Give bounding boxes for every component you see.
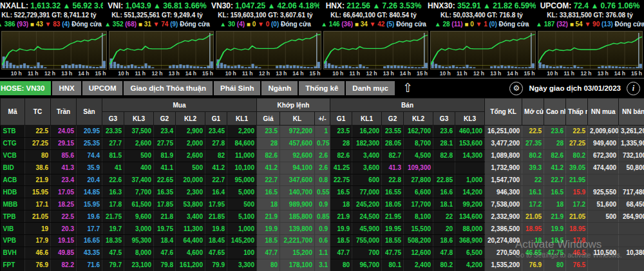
table-row[interactable]: STB22.524.0520.9523.3537,50023.42,90023.…: [1, 126, 644, 138]
index-value: 1,613.32: [30, 1, 62, 10]
cell-ma[interactable]: MBB: [1, 198, 25, 210]
cell-cao-nhat: 18: [544, 198, 566, 210]
info-icon[interactable]: i: [627, 82, 640, 95]
header-sub-2: G2: [154, 112, 176, 126]
cell-cao-nhat: 28: [544, 137, 566, 149]
cell-gia: 23.5: [257, 126, 280, 138]
table-row[interactable]: VCB8085.674.481.550081.92,6008211,00082.…: [1, 149, 644, 162]
table-row[interactable]: CTG27.2529.1525.3527.72,60027.752,00027.…: [1, 137, 644, 149]
cell-ma[interactable]: ACB: [1, 174, 25, 186]
cell-kl: 2,221,700: [280, 235, 315, 247]
cell-ban-kl2: 8,700: [404, 137, 433, 149]
tab-th-ng-k-[interactable]: Thống kê: [299, 81, 345, 95]
cell-san: 25.35: [77, 137, 102, 149]
cell-mua-kl1: 2,200: [227, 126, 257, 138]
cell-mua-g3: 21.75: [102, 210, 124, 223]
cell-tran: 29.15: [51, 137, 77, 149]
table-row[interactable]: BVH46.649.8543.3547.58,00047.64,60047.65…: [1, 247, 644, 259]
time-tick-label: 11 h: [564, 70, 574, 77]
cell-ma[interactable]: VCB: [1, 149, 25, 162]
cell-mua-g1: 18.45: [205, 235, 227, 247]
time-tick-label: 13 h: [169, 70, 180, 77]
header-nn-mua: NN mua: [588, 98, 619, 126]
cell-ma[interactable]: FPT: [1, 259, 25, 271]
cell-mua-g1: 17.95: [205, 198, 227, 210]
table-row[interactable]: VPB17.919.1516.6518.3595,30018.464,40018…: [1, 235, 644, 247]
cell-ban-kl1: 600: [352, 174, 382, 186]
index-block-upcom: UPCOM: 72.4 ▲ 0.76 1.06%KL: 33,831,500 G…: [536, 0, 644, 31]
time-tick-label: 12 h: [259, 70, 270, 77]
cell-ban-kl3: 14,300: [455, 149, 485, 162]
cell-cao-nhat: 18.5: [544, 235, 566, 247]
decliners-count: ▼ 83: [45, 21, 62, 28]
cell-ban-kl1: 755,000: [352, 235, 382, 247]
cell-ban-kl1: 24,500: [352, 210, 382, 223]
cell-tong-kl: 1,547,700: [485, 174, 522, 186]
cell-ban-kl2: 8,100: [404, 210, 433, 223]
tab-giao-d-ch-th-a-thu-n[interactable]: Giao dịch Thỏa thuận: [124, 81, 213, 95]
tab-hose-vn30[interactable]: HOSE: VN30: [0, 81, 51, 95]
table-row[interactable]: ACB21.923.420.422.637,40022.6520,00022.7…: [1, 174, 644, 186]
advancers-count: ▲ 352: [104, 21, 125, 28]
index-value: 352.91: [457, 1, 483, 10]
tab-ph-i-sinh[interactable]: Phái Sinh: [214, 81, 260, 95]
tab-ng-nh[interactable]: Ngành: [261, 81, 298, 95]
cell-ma[interactable]: VIB: [1, 223, 25, 235]
cell-ban-g2: 47.75: [382, 247, 404, 259]
floor-count: (0): [271, 21, 281, 28]
table-row[interactable]: VIB1920.317.719.73,00019.7511,30019.81,0…: [1, 223, 644, 235]
cell-mo-cua: 39.3: [522, 162, 544, 174]
cell-mua-kl3: 400: [124, 162, 154, 174]
table-row[interactable]: FPT76.982.271.679.723,10079.8161,20079.9…: [1, 259, 644, 271]
tab-danh-m-c[interactable]: Danh mục: [346, 81, 395, 95]
cell-mua-g1: 79.9: [205, 259, 227, 271]
cell-ban-kl3: 4,200: [455, 259, 485, 271]
cell-nn-ban: 1,335,900: [619, 137, 644, 149]
cell-ma[interactable]: TPB: [1, 210, 25, 223]
chart-cell-4: 10 h11 h12 h13 h14 h15 h: [430, 31, 536, 78]
cell-thap-nhat: 17.2: [566, 198, 588, 210]
cell-ban-kl3: 134,600: [455, 210, 485, 223]
cell-ma[interactable]: HDB: [1, 186, 25, 198]
collapse-arrow-icon[interactable]: ⇧: [402, 82, 413, 95]
cell-ma[interactable]: CTG: [1, 137, 25, 149]
cell-ban-kl3: 153,600: [455, 137, 485, 149]
time-tick-label: 15 h: [631, 70, 642, 77]
cell-mua-kl1: 1,000: [227, 223, 257, 235]
table-row[interactable]: BID38.641.335.94140041.150041.210,10041.…: [1, 162, 644, 174]
cell-ma[interactable]: VPB: [1, 235, 25, 247]
gear-icon[interactable]: ⚙: [509, 82, 523, 95]
cell-ban-kl3: 368,900: [455, 235, 485, 247]
index-volume-value: KL: 66,640,100 GT: 840.54 tỷ: [319, 11, 428, 20]
cell-ban-g1: 18: [330, 198, 352, 210]
chart-time-axis: 10 h11 h12 h13 h14 h15 h: [109, 70, 214, 78]
sparkline-chart: [1, 31, 107, 70]
time-tick-label: 14 h: [78, 70, 89, 77]
table-row[interactable]: MBB17.118.2515.9517.861,50017.8553,80017…: [1, 198, 644, 210]
cell-ma[interactable]: BID: [1, 162, 25, 174]
table-row[interactable]: TPB21.0522.519.621.759,60021.83,40021.85…: [1, 210, 644, 223]
cell-mua-kl3: 8,000: [124, 247, 154, 259]
cell-mua-kl3: 2,600: [124, 137, 154, 149]
index-summary: VNXALL: 1,613.32 ▲ 56.92 3.66%: [0, 1, 103, 11]
header-sub-10: KL1: [352, 112, 382, 126]
cell-ban-g1: 19.9: [330, 223, 352, 235]
cell-mua-kl2: 20,000: [176, 174, 205, 186]
time-tick-label: 14 h: [185, 70, 196, 77]
cell-ban-g3: 18.6: [433, 235, 455, 247]
table-row[interactable]: HDB15.9517.0514.8516.37,70016.352,30016.…: [1, 186, 644, 198]
unchanged-count: ■ 54: [570, 21, 585, 28]
cell-ban-kl3: 460,100: [455, 126, 485, 138]
cell-ma[interactable]: BVH: [1, 247, 25, 259]
cell-mo-cua: 76.9: [522, 259, 544, 271]
ceiling-count: (32): [556, 21, 570, 28]
cell-tong-kl: 946,300: [485, 186, 522, 198]
tab-hnx[interactable]: HNX: [52, 81, 80, 95]
time-tick-label: 12 h: [366, 70, 377, 77]
cell-thap-nhat: 22.5: [566, 126, 588, 138]
ceiling-count: (68): [125, 21, 138, 28]
cell-ma[interactable]: STB: [1, 126, 25, 138]
time-tick-label: 15 h: [310, 70, 321, 77]
tab-upcom[interactable]: UPCOM: [82, 81, 123, 95]
cell-mua-kl1: 11,000: [227, 149, 257, 162]
